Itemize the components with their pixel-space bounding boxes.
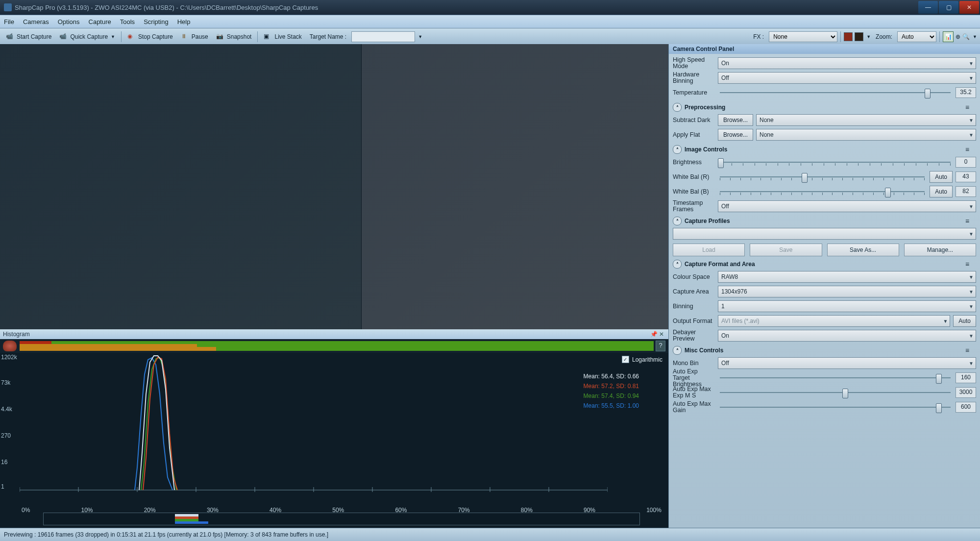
auto-exp-max-ms-slider[interactable]: [718, 387, 953, 398]
white-bal-r-value: 43: [956, 172, 976, 182]
target-name-label: Target Name :: [307, 32, 349, 41]
panel-title: Camera Control Panel: [669, 44, 980, 54]
close-panel-icon[interactable]: ✕: [658, 331, 665, 338]
help-icon[interactable]: ?: [656, 341, 665, 351]
profile-save-button[interactable]: Save: [750, 244, 822, 256]
collapse-icon[interactable]: ˄: [673, 260, 682, 269]
section-menu-icon[interactable]: ≡: [965, 217, 976, 225]
menu-options[interactable]: Options: [58, 18, 80, 25]
profile-manage-button[interactable]: Manage...: [904, 244, 976, 256]
colour-space-select[interactable]: RAW8▼: [718, 271, 976, 283]
section-menu-icon[interactable]: ≡: [965, 346, 976, 354]
auto-exp-target-slider[interactable]: [718, 372, 953, 383]
menu-file[interactable]: File: [4, 18, 14, 25]
mono-bin-select[interactable]: Off▼: [718, 357, 976, 369]
camera-icon: 📹: [59, 33, 68, 41]
histogram-plot: 1202k 73k 4.4k 270 16 1 ✓ Logarithmic Me…: [0, 353, 668, 528]
section-menu-icon[interactable]: ≡: [965, 146, 976, 153]
apply-flat-select[interactable]: None▼: [756, 129, 976, 141]
menu-capture[interactable]: Capture: [89, 18, 111, 25]
preview-area[interactable]: [0, 44, 668, 329]
collapse-icon[interactable]: ˄: [673, 346, 682, 355]
brightness-value: 0: [956, 157, 976, 168]
temperature-value: 35.2: [956, 87, 976, 98]
status-text: Previewing : 19616 frames (33 dropped) i…: [4, 531, 328, 538]
histogram-tool-icon[interactable]: 📊: [943, 31, 954, 42]
histogram-panel: Histogram 📌 ✕ ? 1202k 73k 4.4k 270 16 1: [0, 329, 668, 528]
high-speed-mode-select[interactable]: On▼: [718, 57, 976, 69]
auto-stretch-icon[interactable]: [3, 341, 17, 351]
white-bal-r-slider[interactable]: [718, 172, 927, 182]
snapshot-button[interactable]: 📷Snapshot: [213, 32, 255, 42]
white-bal-b-slider[interactable]: [718, 186, 927, 197]
fx-label: FX :: [750, 32, 767, 41]
subtract-dark-select[interactable]: None▼: [756, 114, 976, 126]
pause-button[interactable]: ⏸Pause: [178, 32, 211, 42]
collapse-icon[interactable]: ˄: [673, 145, 682, 154]
hardware-binning-select[interactable]: Off▼: [718, 72, 976, 84]
pause-icon: ⏸: [181, 33, 190, 41]
white-bal-b-auto-button[interactable]: Auto: [930, 186, 953, 197]
logarithmic-label: Logarithmic: [632, 356, 662, 363]
dark-swatch-icon[interactable]: [855, 32, 863, 41]
histogram-minimap[interactable]: [43, 513, 640, 525]
profile-load-button[interactable]: Load: [673, 244, 745, 256]
snapshot-icon: 📷: [216, 33, 225, 41]
profile-save-as-button[interactable]: Save As...: [827, 244, 899, 256]
menu-scripting[interactable]: Scripting: [144, 18, 169, 25]
apply-flat-browse-button[interactable]: Browse...: [718, 129, 753, 141]
stretch-strip[interactable]: [20, 341, 654, 351]
output-format-auto-button[interactable]: Auto: [953, 315, 976, 327]
output-format-select[interactable]: AVI files (*.avi)▼: [718, 315, 950, 327]
menu-bar: File Cameras Options Capture Tools Scrip…: [0, 15, 980, 28]
quick-capture-button[interactable]: 📹Quick Capture▼: [56, 32, 118, 42]
window-titlebar: SharpCap Pro (v3.1.5193) - ZWO ASI224MC …: [0, 0, 980, 15]
minimize-button[interactable]: —: [918, 1, 938, 14]
menu-tools[interactable]: Tools: [120, 18, 135, 25]
menu-cameras[interactable]: Cameras: [23, 18, 49, 25]
reticle-tool-icon[interactable]: ⊕: [956, 33, 960, 40]
histogram-title: Histogram: [3, 331, 30, 338]
zoom-select[interactable]: Auto: [897, 31, 936, 42]
red-swatch-icon[interactable]: [844, 32, 853, 41]
app-icon: [4, 3, 12, 11]
logarithmic-checkbox[interactable]: ✓: [622, 356, 629, 363]
section-menu-icon[interactable]: ≡: [965, 260, 976, 268]
record-icon: 📹: [6, 33, 15, 41]
stack-icon: ▣: [264, 33, 272, 41]
histogram-chart: [20, 355, 608, 492]
window-title: SharpCap Pro (v3.1.5193) - ZWO ASI224MC …: [15, 4, 918, 11]
search-tool-icon[interactable]: 🔍: [962, 33, 970, 40]
target-dropdown[interactable]: ▼: [418, 34, 422, 39]
start-capture-button[interactable]: 📹Start Capture: [3, 32, 54, 42]
white-bal-b-value: 82: [956, 186, 976, 197]
fx-select[interactable]: None: [769, 31, 837, 42]
temperature-slider[interactable]: [718, 87, 953, 98]
close-button[interactable]: ✕: [959, 1, 979, 14]
auto-exp-max-gain-slider[interactable]: [718, 402, 953, 413]
collapse-icon[interactable]: ˄: [673, 103, 682, 112]
status-bar: Previewing : 19616 frames (33 dropped) i…: [0, 528, 980, 541]
binning-select[interactable]: 1▼: [718, 300, 976, 312]
target-name-input[interactable]: [351, 31, 415, 42]
debayer-preview-select[interactable]: On▼: [718, 330, 976, 342]
toolbar: 📹Start Capture 📹Quick Capture▼ ◉Stop Cap…: [0, 28, 980, 46]
menu-help[interactable]: Help: [177, 18, 191, 25]
subtract-dark-browse-button[interactable]: Browse...: [718, 114, 753, 126]
live-stack-button[interactable]: ▣Live Stack: [261, 32, 304, 42]
white-bal-r-auto-button[interactable]: Auto: [930, 171, 953, 183]
brightness-slider[interactable]: [718, 157, 953, 168]
capture-profile-select[interactable]: ▼: [673, 228, 976, 240]
pin-icon[interactable]: 📌: [650, 331, 658, 338]
timestamp-frames-select[interactable]: Off▼: [718, 200, 976, 212]
capture-area-select[interactable]: 1304x976▼: [718, 286, 976, 297]
zoom-label: Zoom:: [873, 32, 895, 41]
stop-icon: ◉: [127, 33, 136, 41]
camera-control-panel: Camera Control Panel High Speed Mode On▼…: [668, 44, 980, 528]
collapse-icon[interactable]: ˄: [673, 217, 682, 225]
section-menu-icon[interactable]: ≡: [965, 103, 976, 111]
maximize-button[interactable]: ▢: [939, 1, 958, 14]
stop-capture-button[interactable]: ◉Stop Capture: [124, 32, 176, 42]
